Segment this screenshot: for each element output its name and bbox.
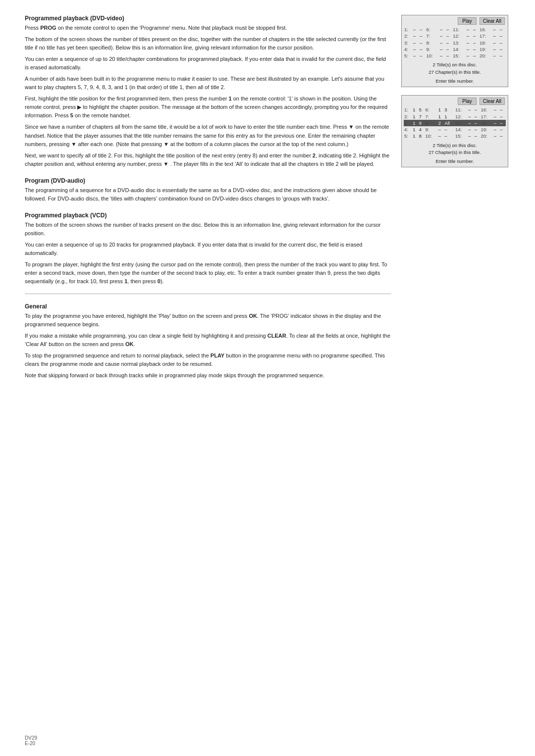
prog-box-2-info-line2: 27 Chapter(s) in this title. <box>404 149 506 156</box>
heading-prog-dvd-video: Programmed playback (DVD-video) <box>25 15 391 22</box>
para-prog-dvd-video-7: Next, we want to specify all of title 2.… <box>25 151 391 168</box>
prog-box-2-info: 2 Title(s) on this disc. 27 Chapter(s) i… <box>404 142 506 165</box>
para-prog-dvd-video-5: First, highlight the title position for … <box>25 95 391 120</box>
table-row: 5:18 10:–– 15:–– 20:–– <box>404 133 506 139</box>
para-general-3: To stop the programmed sequence and retu… <box>25 352 391 368</box>
footer-page: E-20 <box>25 741 37 746</box>
para-prog-vcd-2: You can enter a sequence of up to 20 tra… <box>25 241 391 257</box>
para-general-4: Note that skipping forward or back throu… <box>25 371 391 380</box>
heading-prog-dvd-audio: Program (DVD-audio) <box>25 177 391 184</box>
table-row-highlighted: 3:19 8:2All 13:–– 18:–– <box>404 120 506 126</box>
para-prog-vcd-3: To program the player, highlight the fir… <box>25 260 391 286</box>
prog-box-1-header: Play Clear All <box>404 17 506 25</box>
para-general-2: If you make a mistake while programming,… <box>25 332 391 349</box>
sidebar: Play Clear All 1:–– 6:–– 11:–– 16:–– 2:–… <box>401 15 510 383</box>
main-content: Programmed playback (DVD-video) Press PR… <box>25 15 391 383</box>
section-divider <box>25 294 391 294</box>
prog-table-1: 1:–– 6:–– 11:–– 16:–– 2:–– 7:–– 12:–– 17… <box>404 26 506 59</box>
play-button-1[interactable]: Play <box>458 17 476 25</box>
table-row: 4:14 9:–– 14:–– 19:–– <box>404 126 506 133</box>
table-row: 4:–– 9:–– 14:–– 19:–– <box>404 46 506 52</box>
play-button-2[interactable]: Play <box>458 98 476 105</box>
prog-box-2-info-line1: 2 Title(s) on this disc. <box>404 142 506 149</box>
para-prog-dvd-video-4: A number of aids have been built in to t… <box>25 75 391 92</box>
table-row: 3:–– 8:–– 13:–– 18:–– <box>404 40 506 46</box>
prog-box-1-enter-title: Enter title number. <box>404 78 506 85</box>
para-prog-dvd-video-6: Since we have a number of chapters all f… <box>25 123 391 148</box>
prog-box-2-header: Play Clear All <box>404 98 506 105</box>
footer-model: DV29 <box>25 735 37 741</box>
table-row: 5:–– 10:–– 15:–– 20:–– <box>404 52 506 59</box>
prog-box-2-enter-title: Enter title number. <box>404 158 506 165</box>
para-prog-dvd-audio-1: The programming of a sequence for a DVD-… <box>25 186 391 203</box>
prog-box-1-info: 2 Title(s) on this disc. 27 Chapter(s) i… <box>404 61 506 85</box>
prog-box-1-info-line1: 2 Title(s) on this disc. <box>404 61 506 68</box>
table-row: 2:–– 7:–– 12:–– 17:–– <box>404 33 506 39</box>
clearall-button-2[interactable]: Clear All <box>480 98 505 105</box>
para-prog-dvd-video-1: Press PROG on the remote control to open… <box>25 24 391 32</box>
heading-prog-vcd: Programmed playback (VCD) <box>25 212 391 219</box>
para-prog-vcd-1: The bottom of the screen shows the numbe… <box>25 221 391 238</box>
para-general-1: To play the programme you have entered, … <box>25 312 391 329</box>
para-prog-dvd-video-3: You can enter a sequence of up to 20 tit… <box>25 55 391 72</box>
table-row: 2:17 7:11 12:–– 17:–– <box>404 113 506 120</box>
table-row: 1:–– 6:–– 11:–– 16:–– <box>404 26 506 33</box>
heading-general: General <box>25 303 391 310</box>
prog-table-2: 1:15 6:13 11:–– 16:–– 2:17 7:11 12:–– 17… <box>404 106 506 139</box>
page-footer: DV29 E-20 <box>25 735 37 746</box>
para-prog-dvd-video-2: The bottom of the screen shows the numbe… <box>25 35 391 52</box>
clearall-button-1[interactable]: Clear All <box>480 17 505 25</box>
prog-box-2: Play Clear All 1:15 6:13 11:–– 16:–– 2:1… <box>401 95 508 167</box>
prog-box-1-info-line2: 27 Chapter(s) in this title. <box>404 69 506 76</box>
table-row: 1:15 6:13 11:–– 16:–– <box>404 106 506 113</box>
prog-box-1: Play Clear All 1:–– 6:–– 11:–– 16:–– 2:–… <box>401 15 508 87</box>
